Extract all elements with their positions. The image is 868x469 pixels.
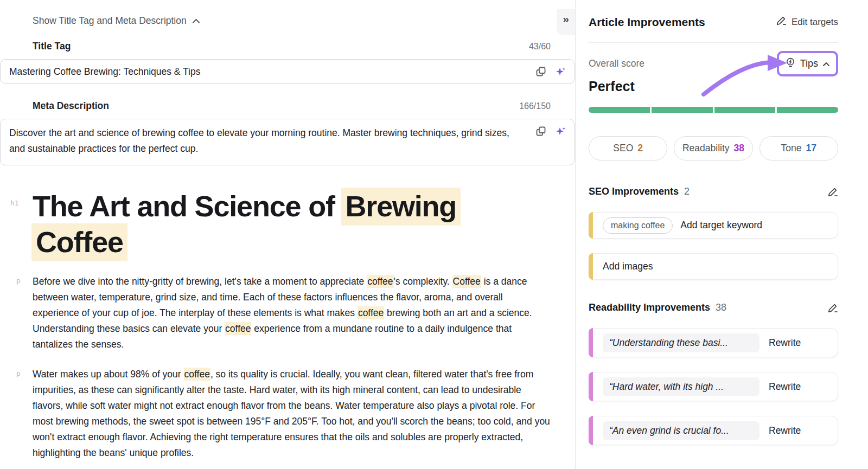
metric-value: 38 bbox=[734, 143, 744, 154]
metric-pill-tone[interactable]: Tone 17 bbox=[760, 136, 838, 160]
metric-label: Tone bbox=[781, 143, 802, 154]
metric-value: 17 bbox=[806, 143, 816, 154]
readability-card[interactable]: “An even grind is crucial fo... Rewrite bbox=[589, 416, 838, 445]
meta-description-input[interactable]: Discover the art and science of brewing … bbox=[0, 119, 575, 165]
readability-improvements-title: Readability Improvements bbox=[589, 302, 710, 313]
article-title[interactable]: The Art and Science of Brewing Coffee bbox=[33, 188, 551, 260]
p-gutter-marker: p bbox=[16, 277, 21, 285]
overall-score-label: Overall score bbox=[589, 58, 644, 69]
rewrite-button[interactable]: Rewrite bbox=[769, 425, 801, 436]
score-bar-segment bbox=[652, 107, 713, 113]
keyword-pill[interactable]: making coffee bbox=[603, 217, 673, 234]
toggle-title-meta-label: Show Title Tag and Meta Description bbox=[33, 15, 187, 27]
article-paragraph-block: p Before we dive into the nitty-gritty o… bbox=[0, 274, 575, 352]
chevron-up-icon bbox=[192, 15, 200, 27]
edit-targets-label: Edit targets bbox=[792, 17, 838, 28]
pencil-icon[interactable] bbox=[827, 303, 838, 313]
seo-improvements-title: SEO Improvements bbox=[589, 186, 679, 197]
p-gutter-marker: p bbox=[16, 369, 21, 377]
copy-icon[interactable] bbox=[535, 125, 547, 137]
chevron-up-icon bbox=[822, 58, 830, 69]
article-paragraph-block: p Water makes up about 98% of your coffe… bbox=[0, 367, 575, 461]
seo-card-add-target-keyword[interactable]: making coffee Add target keyword bbox=[589, 212, 838, 239]
tips-button[interactable]: Tips bbox=[779, 53, 836, 74]
score-bar-segment bbox=[777, 107, 838, 113]
ai-sparkles-icon[interactable] bbox=[555, 66, 567, 78]
sentence-snippet[interactable]: “Hard water, with its high ... bbox=[603, 377, 760, 396]
tips-annotation-box: Tips bbox=[777, 51, 838, 76]
article-paragraph[interactable]: Water makes up about 98% of your coffee,… bbox=[33, 367, 551, 461]
readability-card[interactable]: “Hard water, with its high ... Rewrite bbox=[589, 372, 838, 401]
ai-sparkles-icon[interactable] bbox=[555, 125, 567, 137]
h1-gutter-marker: h1 bbox=[10, 199, 19, 207]
seo-card-add-images[interactable]: Add images bbox=[589, 253, 838, 280]
copy-icon[interactable] bbox=[535, 66, 547, 78]
article-paragraph[interactable]: Before we dive into the nitty-gritty of … bbox=[33, 274, 551, 352]
double-chevron-right-icon: » bbox=[563, 9, 569, 29]
seo-improvements-count: 2 bbox=[684, 186, 690, 197]
title-tag-char-counter: 43/60 bbox=[529, 42, 551, 52]
overall-score-value: Perfect bbox=[589, 79, 838, 94]
metric-label: Readability bbox=[682, 143, 730, 154]
pencil-icon[interactable] bbox=[827, 187, 838, 197]
score-bar-segment bbox=[589, 107, 650, 113]
readability-improvements-count: 38 bbox=[716, 302, 726, 313]
sentence-snippet[interactable]: “An even grind is crucial fo... bbox=[603, 421, 760, 440]
article-editor: Show Title Tag and Meta Description Titl… bbox=[0, 0, 575, 469]
metric-pill-seo[interactable]: SEO 2 bbox=[589, 136, 667, 160]
title-tag-input[interactable] bbox=[0, 59, 575, 84]
article-improvements-panel: Article Improvements Edit targets Overal… bbox=[576, 0, 868, 469]
lightbulb-icon bbox=[785, 57, 796, 70]
toggle-title-meta-section[interactable]: Show Title Tag and Meta Description bbox=[33, 15, 200, 27]
readability-card[interactable]: “Understanding these basi... Rewrite bbox=[589, 328, 838, 357]
rewrite-button[interactable]: Rewrite bbox=[769, 381, 801, 393]
score-bar-segment bbox=[714, 107, 776, 113]
metric-label: SEO bbox=[613, 143, 633, 154]
pencil-icon bbox=[776, 15, 787, 29]
tips-label: Tips bbox=[800, 58, 818, 69]
score-progress-bar bbox=[589, 107, 838, 113]
metric-value: 2 bbox=[637, 143, 643, 154]
title-tag-label: Title Tag bbox=[33, 41, 71, 52]
sentence-snippet[interactable]: “Understanding these basi... bbox=[603, 333, 760, 352]
header-divider bbox=[589, 42, 838, 43]
seo-card-label: Add images bbox=[603, 261, 653, 272]
rewrite-button[interactable]: Rewrite bbox=[769, 337, 801, 349]
panel-title: Article Improvements bbox=[589, 16, 705, 29]
meta-description-char-counter: 166/150 bbox=[519, 101, 551, 111]
app-frame: Show Title Tag and Meta Description Titl… bbox=[0, 0, 868, 469]
meta-description-label: Meta Description bbox=[33, 100, 109, 112]
metric-pill-readability[interactable]: Readability 38 bbox=[674, 136, 752, 160]
article-heading-block: h1 The Art and Science of Brewing Coffee bbox=[0, 188, 575, 260]
collapse-panel-button[interactable]: » bbox=[557, 9, 575, 35]
edit-targets-button[interactable]: Edit targets bbox=[776, 15, 838, 29]
seo-card-label: Add target keyword bbox=[680, 220, 762, 231]
